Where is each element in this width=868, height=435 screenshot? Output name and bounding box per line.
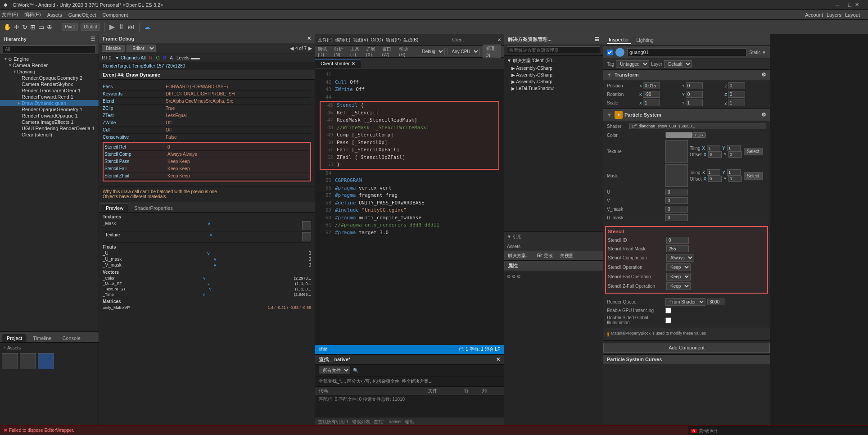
menu-edit[interactable]: 编辑(E) — [24, 11, 41, 18]
tree-item[interactable]: Render.TransparentGeor 1 — [0, 87, 99, 94]
pivot-btn[interactable]: Pivot — [62, 23, 78, 31]
texture-preview-insp[interactable] — [665, 140, 688, 163]
tree-item[interactable]: Render.OpaqueGeometry 1 — [0, 106, 99, 113]
stencil-zfail-dropdown[interactable]: Keep — [666, 282, 691, 290]
tree-item[interactable]: Clear (stencil) — [0, 131, 99, 138]
v-input[interactable] — [665, 197, 688, 204]
add-component-btn[interactable]: Add Component — [603, 343, 770, 353]
asset-thumb[interactable] — [2, 353, 18, 369]
layer-dropdown[interactable]: Default — [664, 60, 692, 68]
pause-btn[interactable]: ⏸ — [118, 23, 125, 31]
mask-tiling-x-input[interactable] — [707, 169, 720, 176]
cpu-dropdown[interactable]: Any CPU — [448, 48, 480, 55]
tab-preview[interactable]: Preview — [101, 204, 128, 212]
shader-name-input[interactable] — [629, 123, 766, 129]
git-changes-tab[interactable]: Git 更改 — [533, 252, 556, 260]
vs-close-icon[interactable]: ✕ — [497, 37, 501, 42]
play-btn[interactable]: ▶ — [109, 23, 115, 31]
solution-search-input[interactable] — [507, 46, 600, 54]
layers-tab[interactable]: Layers — [827, 12, 841, 18]
tree-item[interactable]: RenderForwardOpaque 1 — [0, 113, 99, 119]
offset-x-input[interactable] — [708, 151, 722, 158]
render-queue-dropdown[interactable]: From Shader — [665, 298, 705, 306]
find-scope-dropdown[interactable]: 所有文件 — [319, 367, 350, 374]
select-btn[interactable]: Select — [744, 148, 763, 155]
tree-item[interactable]: ▼Camera.Render — [0, 62, 99, 68]
tiling-x-input[interactable] — [707, 145, 720, 151]
tab-console[interactable]: Console — [57, 334, 85, 342]
move-tool-icon[interactable]: ✛ — [14, 23, 19, 31]
hierarchy-menu-icon[interactable]: ☰ — [90, 36, 95, 42]
rot-z-input[interactable] — [728, 91, 745, 98]
layout-tab[interactable]: Layout — [845, 12, 860, 18]
tree-item-draw-dynamic[interactable]: ►Draw Dynamic guan — [0, 100, 99, 106]
account-tab[interactable]: Account — [805, 12, 823, 18]
tab-timeline[interactable]: Timeline — [28, 334, 56, 342]
u-input[interactable] — [665, 189, 688, 195]
scale-tool-icon[interactable]: ⊞ — [30, 23, 36, 31]
transform-component-header[interactable]: ▼ Transform ⚙ — [603, 70, 770, 80]
object-name-input[interactable] — [627, 48, 746, 56]
solution-item[interactable]: ▶ Assembly-CSharp — [504, 65, 603, 72]
cloud-icon[interactable]: ☁ — [144, 23, 150, 31]
stencil-id-input[interactable] — [666, 237, 689, 244]
tree-item[interactable]: Camera.ImageEffects 1 — [0, 119, 99, 125]
stencil-operation-dropdown[interactable]: Keep — [666, 263, 691, 271]
pos-y-input[interactable] — [686, 82, 703, 89]
rot-x-input[interactable] — [643, 91, 660, 98]
editor-dropdown[interactable]: Editor — [127, 45, 156, 52]
channels-all[interactable]: ▼ Channels All — [115, 55, 145, 60]
asset-thumb[interactable] — [20, 353, 36, 369]
solution-item-letai[interactable]: ▶ LeTai.TrueShadow — [504, 85, 603, 92]
vs-menu-project[interactable]: 项目(P) — [386, 37, 401, 43]
tree-item[interactable]: UGUI.Rendering.RenderOverla 1 — [0, 125, 99, 131]
channel-a[interactable]: A — [170, 55, 173, 60]
menu-gameobject[interactable]: GameObject — [68, 12, 96, 18]
channel-b[interactable]: B — [163, 55, 167, 60]
find-close-icon[interactable]: ✕ — [496, 357, 500, 362]
pos-z-input[interactable] — [728, 82, 745, 89]
channel-r[interactable]: R — [149, 55, 153, 60]
disable-btn[interactable]: Disable — [102, 45, 125, 52]
tab-project[interactable]: Project — [2, 334, 27, 342]
scale-y-input[interactable] — [686, 100, 703, 106]
close-icon[interactable]: ✕ — [307, 36, 311, 41]
pos-x-input[interactable] — [643, 82, 660, 89]
scale-x-input[interactable] — [643, 100, 660, 106]
solution-item[interactable]: ▶ Assembly-CSharp — [504, 72, 603, 78]
prev-frame-btn[interactable]: ◀ — [290, 45, 294, 51]
levels-btn[interactable]: Levels ▬▬ — [176, 55, 200, 60]
code-tab-active[interactable]: Client.shader ✕ — [315, 59, 361, 68]
tag-dropdown[interactable]: Untagged — [616, 60, 649, 68]
find-search-icon[interactable]: 🔍 — [353, 368, 358, 373]
stencil-fail-dropdown[interactable]: Keep — [666, 273, 691, 281]
vs-menu-edit[interactable]: 编辑(E) — [335, 37, 350, 43]
particle-system-header[interactable]: ▼ ✦ Particle System ⚙ — [603, 109, 770, 121]
ps-settings-icon[interactable]: ⚙ — [761, 112, 766, 118]
find-output-tab[interactable]: 输出 — [405, 419, 414, 425]
vs-menu-file[interactable]: 文件(F) — [318, 37, 333, 43]
menu-assets[interactable]: Assets — [47, 12, 62, 18]
global-btn[interactable]: Global — [81, 23, 100, 31]
transform-tool-icon[interactable]: ⊕ — [47, 23, 52, 31]
next-frame-btn[interactable]: ▶ — [308, 45, 312, 51]
maximize-btn[interactable]: □ — [848, 2, 851, 8]
rect-tool-icon[interactable]: ▭ — [38, 23, 44, 31]
tree-item[interactable]: RenderForward.Rend 1 — [0, 94, 99, 100]
git-view-tab[interactable]: 关视图 — [556, 252, 577, 260]
asset-thumb[interactable] — [38, 353, 54, 369]
tab-inspector[interactable]: Inspector — [607, 36, 631, 44]
object-active-checkbox[interactable] — [607, 50, 613, 55]
tree-item[interactable]: ▼Drawing — [0, 68, 99, 75]
tiling-y-input[interactable] — [727, 145, 741, 151]
menu-component[interactable]: Component — [102, 12, 128, 18]
solution-item[interactable]: ▶ Assembly-CSharp — [504, 78, 603, 85]
mask-offset-x-input[interactable] — [708, 176, 722, 182]
gpu-instancing-checkbox[interactable] — [665, 308, 671, 313]
channel-g[interactable]: G — [156, 55, 160, 60]
mask-offset-y-input[interactable] — [728, 176, 742, 182]
color-swatch[interactable] — [665, 132, 692, 138]
tree-item[interactable]: ▼⊙Engine — [0, 56, 99, 62]
solution-menu-icon[interactable]: ☰ — [595, 36, 599, 42]
tree-item[interactable]: Render.OpaqueGeometry 2 — [0, 75, 99, 81]
